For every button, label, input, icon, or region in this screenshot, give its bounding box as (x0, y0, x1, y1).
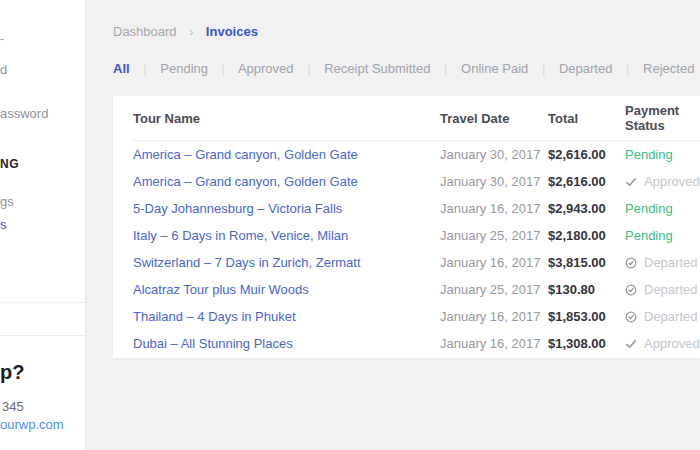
table-body: America – Grand canyon, Golden Gate Janu… (133, 141, 700, 357)
payment-status: Approved (625, 336, 700, 351)
tab-separator: | (444, 61, 447, 76)
tab-rejected[interactable]: Rejected (643, 61, 694, 76)
table-row: 5-Day Johannesburg – Victoria Falls Janu… (133, 195, 700, 222)
payment-status-label: Approved (644, 336, 700, 351)
sidebar-item-fragment-bookings[interactable]: gs (0, 194, 14, 209)
travel-date: January 16, 2017 (440, 309, 548, 324)
travel-date: January 25, 2017 (440, 282, 548, 297)
tour-name-link[interactable]: America – Grand canyon, Golden Gate (133, 147, 440, 162)
tab-separator: | (626, 61, 629, 76)
tab-separator: | (307, 61, 310, 76)
tour-name-link[interactable]: Thailand – 4 Days in Phuket (133, 309, 440, 324)
total-amount: $2,616.00 (548, 147, 625, 162)
sidebar-divider (0, 335, 86, 336)
travel-date: January 16, 2017 (440, 336, 548, 351)
tour-name-link[interactable]: Dubai – All Stunning Places (133, 336, 440, 351)
tour-name-link[interactable]: Italy – 6 Days in Rome, Venice, Milan (133, 228, 440, 243)
tour-name-link[interactable]: America – Grand canyon, Golden Gate (133, 174, 440, 189)
payment-status-label: Approved (644, 174, 700, 189)
table-header-row: Tour Name Travel Date Total Payment Stat… (133, 96, 700, 141)
tour-name-link[interactable]: Switzerland – 7 Days in Zurich, Zermatt (133, 255, 440, 270)
table-row: America – Grand canyon, Golden Gate Janu… (133, 141, 700, 168)
payment-status: Departed (625, 309, 700, 324)
table-row: Alcatraz Tour plus Muir Woods January 25… (133, 276, 700, 303)
table-row: Dubai – All Stunning Places January 16, … (133, 330, 700, 357)
total-amount: $1,308.00 (548, 336, 625, 351)
tab-separator: | (222, 61, 225, 76)
payment-status-label: Departed (644, 282, 697, 297)
payment-status: Pending (625, 147, 700, 162)
sidebar-section-heading-fragment: NG (0, 157, 19, 171)
column-header-total: Total (548, 111, 625, 126)
sidebar-item-fragment-password[interactable]: assword (0, 106, 48, 121)
help-email-link-fragment[interactable]: ourwp.com (0, 417, 64, 432)
total-amount: $3,815.00 (548, 255, 625, 270)
tour-name-link[interactable]: 5-Day Johannesburg – Victoria Falls (133, 201, 440, 216)
payment-status: Departed (625, 282, 700, 297)
payment-status-label: Pending (625, 201, 673, 216)
tab-online-paid[interactable]: Online Paid (461, 61, 528, 76)
travel-date: January 16, 2017 (440, 255, 548, 270)
sidebar-item-fragment[interactable]: d (0, 62, 7, 77)
check-icon (625, 338, 637, 350)
total-amount: $2,180.00 (548, 228, 625, 243)
total-amount: $2,943.00 (548, 201, 625, 216)
circle-check-icon (625, 311, 637, 323)
table-row: Italy – 6 Days in Rome, Venice, Milan Ja… (133, 222, 700, 249)
tab-all[interactable]: All (113, 61, 130, 76)
tab-separator: | (143, 61, 146, 76)
column-header-payment-status: Payment Status (625, 103, 700, 133)
tab-separator: | (542, 61, 545, 76)
column-header-travel-date: Travel Date (440, 111, 548, 126)
payment-status: Departed (625, 255, 700, 270)
total-amount: $1,853.00 (548, 309, 625, 324)
breadcrumb: Dashboard › Invoices (113, 24, 258, 39)
sidebar-divider (0, 302, 86, 303)
total-amount: $2,616.00 (548, 174, 625, 189)
tab-pending[interactable]: Pending (160, 61, 208, 76)
breadcrumb-invoices: Invoices (206, 24, 258, 39)
payment-status-label: Departed (644, 309, 697, 324)
travel-date: January 25, 2017 (440, 228, 548, 243)
payment-status-label: Departed (644, 255, 697, 270)
payment-status: Pending (625, 201, 700, 216)
tab-departed[interactable]: Departed (559, 61, 612, 76)
sidebar-item-fragment[interactable]: - (0, 32, 4, 46)
check-icon (625, 176, 637, 188)
travel-date: January 30, 2017 (440, 147, 548, 162)
filter-tabs: All | Pending | Approved | Receipt Submi… (113, 61, 694, 76)
payment-status: Approved (625, 174, 700, 189)
column-header-tour-name: Tour Name (133, 111, 440, 126)
help-title-fragment: p? (0, 361, 24, 384)
breadcrumb-dashboard[interactable]: Dashboard (113, 24, 177, 39)
table-row: Switzerland – 7 Days in Zurich, Zermatt … (133, 249, 700, 276)
total-amount: $130.80 (548, 282, 625, 297)
payment-status: Pending (625, 228, 700, 243)
invoices-table-card: Tour Name Travel Date Total Payment Stat… (113, 96, 700, 358)
sidebar: - d assword NG gs s p? 345 ourwp.com (0, 0, 86, 450)
breadcrumb-separator-icon: › (189, 25, 193, 39)
travel-date: January 30, 2017 (440, 174, 548, 189)
sidebar-item-fragment-invoices-active[interactable]: s (0, 217, 7, 232)
payment-status-label: Pending (625, 228, 673, 243)
tab-approved[interactable]: Approved (238, 61, 294, 76)
circle-check-icon (625, 257, 637, 269)
table-row: America – Grand canyon, Golden Gate Janu… (133, 168, 700, 195)
main-content: Dashboard › Invoices All | Pending | App… (86, 0, 700, 450)
circle-check-icon (625, 284, 637, 296)
table-row: Thailand – 4 Days in Phuket January 16, … (133, 303, 700, 330)
travel-date: January 16, 2017 (440, 201, 548, 216)
tab-receipt-submitted[interactable]: Receipt Submitted (324, 61, 430, 76)
tour-name-link[interactable]: Alcatraz Tour plus Muir Woods (133, 282, 440, 297)
payment-status-label: Pending (625, 147, 673, 162)
help-phone-fragment: 345 (2, 399, 24, 414)
